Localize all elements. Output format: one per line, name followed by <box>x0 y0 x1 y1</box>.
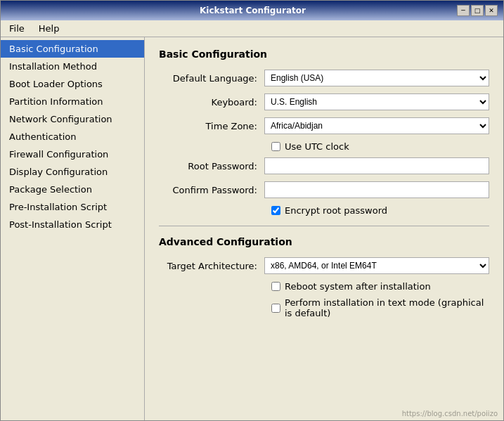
watermark: https://blog.csdn.net/poiizo <box>402 410 498 417</box>
encrypt-root-row: Encrypt root password <box>159 205 489 216</box>
utc-clock-checkbox[interactable] <box>271 142 280 151</box>
confirm-password-label: Confirm Password: <box>159 185 264 195</box>
sidebar-item-network-configuration[interactable]: Network Configuration <box>1 110 144 128</box>
reboot-row: Reboot system after installation <box>159 281 489 292</box>
keyboard-row: Keyboard: U.S. English U.S. Internationa… <box>159 93 489 110</box>
keyboard-label: Keyboard: <box>159 97 264 108</box>
sidebar-item-display-configuration[interactable]: Display Configuration <box>1 163 144 181</box>
confirm-password-row: Confirm Password: <box>159 181 489 198</box>
root-password-label: Root Password: <box>159 161 264 171</box>
encrypt-root-checkbox[interactable] <box>271 206 280 215</box>
sidebar-item-installation-method[interactable]: Installation Method <box>1 58 144 75</box>
content-area: Basic Configuration Installation Method … <box>1 37 503 420</box>
title-bar-buttons: ─ □ ✕ <box>457 5 498 16</box>
timezone-row: Time Zone: Africa/Abidjan America/New_Yo… <box>159 117 489 134</box>
menu-file[interactable]: File <box>4 22 30 35</box>
default-language-control: English (USA) French German Spanish <box>264 70 489 86</box>
default-language-label: Default Language: <box>159 73 264 84</box>
confirm-password-input[interactable] <box>264 181 489 198</box>
root-password-control <box>264 157 489 174</box>
sidebar-item-boot-loader-options[interactable]: Boot Loader Options <box>1 75 144 93</box>
sidebar-item-post-installation-script[interactable]: Post-Installation Script <box>1 216 144 233</box>
sidebar-item-package-selection[interactable]: Package Selection <box>1 181 144 198</box>
text-mode-row: Perform installation in text mode (graph… <box>159 297 489 318</box>
timezone-label: Time Zone: <box>159 121 264 131</box>
close-button[interactable]: ✕ <box>485 5 498 16</box>
sidebar: Basic Configuration Installation Method … <box>1 37 145 420</box>
reboot-label[interactable]: Reboot system after installation <box>285 281 431 292</box>
root-password-row: Root Password: <box>159 157 489 174</box>
utc-clock-label[interactable]: Use UTC clock <box>285 141 349 152</box>
reboot-checkbox[interactable] <box>271 282 280 291</box>
sidebar-item-authentication[interactable]: Authentication <box>1 128 144 145</box>
maximize-button[interactable]: □ <box>471 5 484 16</box>
target-arch-row: Target Architecture: x86, AMD64, or Inte… <box>159 257 489 274</box>
minimize-button[interactable]: ─ <box>457 5 470 16</box>
text-mode-label[interactable]: Perform installation in text mode (graph… <box>285 297 489 318</box>
sidebar-item-pre-installation-script[interactable]: Pre-Installation Script <box>1 198 144 216</box>
timezone-control: Africa/Abidjan America/New_York America/… <box>264 117 489 134</box>
sidebar-item-partition-information[interactable]: Partition Information <box>1 93 144 110</box>
timezone-select[interactable]: Africa/Abidjan America/New_York America/… <box>264 117 489 134</box>
encrypt-root-label[interactable]: Encrypt root password <box>285 205 387 216</box>
target-arch-control: x86, AMD64, or Intel EM64T x86 AMD64 Int… <box>264 257 489 274</box>
keyboard-select[interactable]: U.S. English U.S. International French G… <box>264 93 489 110</box>
default-language-row: Default Language: English (USA) French G… <box>159 70 489 86</box>
main-panel: Basic Configuration Default Language: En… <box>145 37 503 420</box>
main-window: Kickstart Configurator ─ □ ✕ File Help B… <box>0 0 504 421</box>
default-language-select[interactable]: English (USA) French German Spanish <box>264 70 489 86</box>
sidebar-item-firewall-configuration[interactable]: Firewall Configuration <box>1 145 144 163</box>
menu-help[interactable]: Help <box>33 22 65 35</box>
target-arch-select[interactable]: x86, AMD64, or Intel EM64T x86 AMD64 Int… <box>264 257 489 274</box>
utc-clock-row: Use UTC clock <box>159 141 489 152</box>
section-divider <box>159 226 489 226</box>
target-arch-label: Target Architecture: <box>159 261 264 271</box>
menu-bar: File Help <box>1 20 503 37</box>
sidebar-item-basic-configuration[interactable]: Basic Configuration <box>1 40 144 58</box>
confirm-password-control <box>264 181 489 198</box>
root-password-input[interactable] <box>264 157 489 174</box>
keyboard-control: U.S. English U.S. International French G… <box>264 93 489 110</box>
text-mode-checkbox[interactable] <box>271 304 280 313</box>
advanced-config-title: Advanced Configuration <box>159 236 489 247</box>
window-title: Kickstart Configurator <box>49 6 457 15</box>
title-bar: Kickstart Configurator ─ □ ✕ <box>1 1 503 20</box>
basic-config-title: Basic Configuration <box>159 48 489 60</box>
